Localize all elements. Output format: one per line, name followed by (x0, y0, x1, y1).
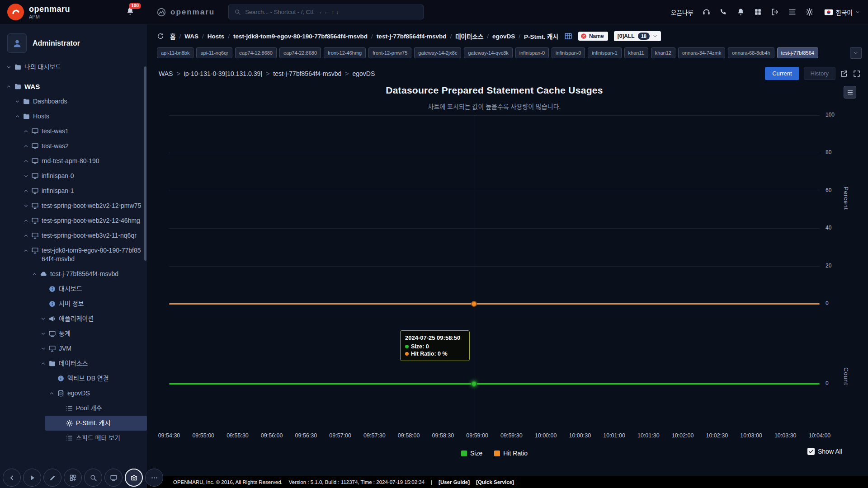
sidebar-item[interactable]: 나의 대시보드 (0, 60, 147, 75)
sidebar-item[interactable]: test-was2 (0, 139, 147, 154)
fullscreen-icon[interactable] (853, 70, 861, 78)
layout-button[interactable] (64, 469, 82, 487)
sidebar-scrollbar[interactable] (144, 66, 146, 261)
name-filter-chip[interactable]: Name (578, 32, 608, 41)
chevron-up-icon[interactable] (41, 361, 46, 366)
host-tag[interactable]: onnara-34-74zmk (678, 47, 725, 58)
host-tag[interactable]: front-12-pmw75 (368, 47, 411, 58)
sidebar-item[interactable]: 데이터소스 (0, 356, 147, 371)
breadcrumb-segment[interactable]: 데이터소스 (455, 32, 483, 41)
chevron-up-icon[interactable] (24, 144, 28, 149)
chevron-down-icon[interactable] (6, 65, 11, 70)
sidebar-item[interactable]: Hosts (0, 109, 147, 124)
breadcrumb-segment[interactable]: 홈 (170, 32, 175, 41)
host-tag[interactable]: onnara-68-8db4h (728, 47, 774, 58)
chevron-up-icon[interactable] (24, 129, 28, 134)
phone-icon[interactable] (719, 8, 728, 16)
host-tag[interactable]: eap74-12:8680 (235, 47, 277, 58)
chevron-up-icon[interactable] (15, 114, 20, 119)
sidebar-item[interactable]: P-Stmt. 캐시 (45, 416, 147, 431)
sidebar-item[interactable]: WAS (0, 79, 147, 94)
play-button[interactable] (23, 469, 41, 487)
chevron-down-icon[interactable] (41, 331, 46, 336)
sidebar-item[interactable]: test-spring-boot-web3v2-11-nq6qr (0, 228, 147, 243)
current-button[interactable]: Current (765, 67, 799, 80)
alerts-bell-icon[interactable] (736, 8, 745, 16)
sidebar-item[interactable]: rnd-test-apm-80-190 (0, 154, 147, 169)
breadcrumb-segment[interactable]: WAS (184, 33, 198, 40)
sidebar-item[interactable]: 대시보드 (0, 282, 147, 296)
scope-selector[interactable]: [0]ALL 18 (614, 31, 661, 41)
chevron-up-icon[interactable] (24, 159, 28, 164)
settings-gear-icon[interactable] (805, 8, 814, 16)
sidebar-item[interactable]: test-spring-boot-web2v2-12-46hmg (0, 213, 147, 228)
hamburger-menu-icon[interactable] (788, 8, 797, 16)
host-tag[interactable]: eap74-22:8680 (279, 47, 321, 58)
sidebar-item[interactable]: Pool 개수 (0, 401, 147, 416)
breadcrumb-segment[interactable]: test-jdk8-tom9-egov-80-190-77bf8564f4-ms… (233, 33, 368, 40)
chevron-down-icon[interactable] (41, 316, 46, 321)
support-headset-icon[interactable] (702, 8, 711, 16)
chevron-up-icon[interactable] (32, 272, 37, 277)
chevron-up-icon[interactable] (24, 188, 28, 193)
sidebar-item[interactable]: 액티브 DB 연결 (0, 371, 147, 386)
host-tag[interactable]: khan11 (624, 47, 648, 58)
host-tag[interactable]: front-12-46hmg (324, 47, 366, 58)
global-search[interactable] (228, 5, 424, 19)
chevron-down-icon[interactable] (15, 99, 20, 104)
app-logo[interactable]: openmaru APM (0, 4, 123, 20)
chevron-down-icon[interactable] (24, 174, 28, 178)
open-new-window-icon[interactable] (840, 70, 848, 78)
sidebar-item[interactable]: test-spring-boot-web2v2-12-pmw75 (0, 198, 147, 213)
search-input[interactable] (245, 9, 418, 15)
chevron-up-icon[interactable] (24, 218, 28, 223)
chart-menu-button[interactable] (844, 86, 856, 99)
sidebar-item[interactable]: JVM (0, 341, 147, 356)
sidebar-item[interactable]: egovDS (0, 386, 147, 401)
host-tag[interactable]: khan12 (651, 47, 675, 58)
sidebar-item[interactable]: test-j-77bf8564f4-msvbd (0, 267, 147, 282)
host-tag[interactable]: api-11-nq6qr (196, 47, 232, 58)
sidebar-item[interactable]: Dashboards (0, 94, 147, 109)
chevron-up-icon[interactable] (6, 84, 11, 89)
host-tag[interactable]: infinispan-0 (515, 47, 549, 58)
logout-icon[interactable] (771, 8, 779, 16)
user-profile[interactable]: Administrator (0, 24, 147, 60)
arrow-left-button[interactable] (3, 469, 21, 487)
sidebar-item[interactable]: 애플리케이션 (0, 311, 147, 326)
pencil-button[interactable] (43, 469, 61, 487)
breadcrumb-segment[interactable]: egovDS (492, 33, 515, 40)
host-tag[interactable]: test-j-77bf8564 (777, 47, 818, 58)
host-tag[interactable]: gateway-14-2jx8c (414, 47, 461, 58)
quick-service-link[interactable]: [Quick Service] (476, 479, 514, 485)
board-button[interactable] (104, 469, 123, 487)
sidebar-item[interactable]: 서버 정보 (0, 296, 147, 311)
chevron-up-icon[interactable] (24, 248, 28, 253)
camera-button[interactable] (125, 469, 143, 487)
user-guide-link[interactable]: [User Guide] (439, 479, 470, 485)
refresh-icon[interactable] (157, 33, 164, 40)
host-tag[interactable]: gateway-14-qvc8k (464, 47, 512, 58)
legend-item[interactable]: Hit Ratio (494, 450, 528, 457)
ellipsis-button[interactable] (145, 469, 163, 487)
breadcrumb-segment[interactable]: P-Stmt. 캐시 (524, 32, 558, 41)
notifications-button[interactable]: 100 (126, 7, 135, 18)
host-tag[interactable]: infinispan-0 (552, 47, 585, 58)
breadcrumb-segment[interactable]: Hosts (208, 33, 225, 40)
tags-dropdown-button[interactable] (850, 47, 862, 59)
history-button[interactable]: History (804, 67, 835, 80)
sidebar-item[interactable]: 통계 (0, 326, 147, 341)
host-tag[interactable]: api-11-bn8bk (157, 47, 193, 58)
chevron-up-icon[interactable] (49, 391, 54, 396)
language-selector[interactable]: 한국어 (824, 8, 860, 17)
search-button[interactable] (84, 469, 102, 487)
apps-grid-icon[interactable] (754, 8, 762, 16)
host-tag[interactable]: infinispan-1 (588, 47, 621, 58)
sidebar-item[interactable]: infinispan-1 (0, 183, 147, 198)
legend-item[interactable]: Size (461, 450, 482, 457)
chevron-up-icon[interactable] (24, 233, 28, 238)
breadcrumb-segment[interactable]: test-j-77bf8564f4-msvbd (377, 33, 447, 40)
chevron-down-icon[interactable] (24, 203, 28, 208)
sidebar-item[interactable]: test-was1 (0, 124, 147, 139)
sidebar-item[interactable]: 스피드 메터 보기 (0, 431, 147, 446)
